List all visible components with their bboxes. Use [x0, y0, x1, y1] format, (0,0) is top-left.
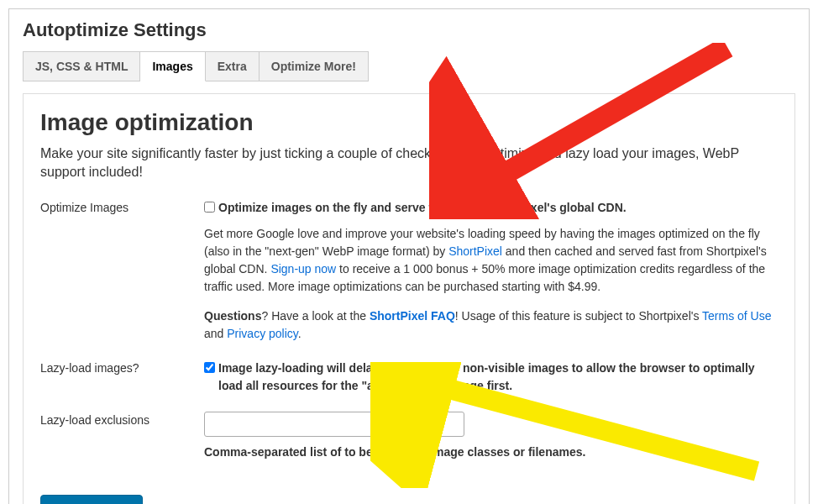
exclusions-label: Lazy-load exclusions [40, 412, 204, 427]
exclusions-content: Comma-separated list of to be excluded i… [204, 412, 778, 461]
shortpixel-faq-link[interactable]: ShortPixel FAQ [370, 309, 455, 323]
save-changes-button[interactable]: Save Changes [40, 495, 143, 504]
exclusions-hint: Comma-separated list of to be excluded i… [204, 444, 778, 461]
terms-of-use-link[interactable]: Terms of Use [702, 309, 771, 323]
exclusions-row: Lazy-load exclusions Comma-separated lis… [40, 412, 778, 461]
lazy-load-row: Lazy-load images? Image lazy-loading wil… [40, 360, 778, 395]
signup-now-link[interactable]: Sign-up now [270, 262, 336, 276]
lazy-load-label: Lazy-load images? [40, 360, 204, 375]
help-text: and [204, 327, 227, 340]
questions-bold: Questions [204, 309, 261, 323]
page-title: Autoptimize Settings [23, 19, 795, 41]
exclusions-input[interactable] [204, 412, 464, 437]
settings-container: Autoptimize Settings JS, CSS & HTML Imag… [8, 8, 810, 504]
privacy-policy-link[interactable]: Privacy policy [227, 327, 298, 340]
tabs-nav: JS, CSS & HTML Images Extra Optimize Mor… [23, 51, 795, 81]
optimize-images-label: Optimize Images [40, 199, 204, 214]
section-heading: Image optimization [40, 109, 778, 136]
optimize-images-checkbox-label[interactable]: Optimize images on the fly and serve the… [218, 199, 627, 217]
help-text: ! Usage of this feature is subject to Sh… [455, 309, 702, 323]
help-text: . [298, 327, 302, 340]
optimize-images-help: Get more Google love and improve your we… [204, 225, 778, 296]
optimize-images-content: Optimize images on the fly and serve the… [204, 199, 778, 343]
optimize-images-checkbox[interactable] [204, 202, 215, 213]
optimize-images-questions: Questions? Have a look at the ShortPixel… [204, 307, 778, 343]
lazy-load-checkbox-label[interactable]: Image lazy-loading will delay the loadin… [218, 360, 778, 395]
tab-js-css-html[interactable]: JS, CSS & HTML [23, 51, 140, 81]
shortpixel-link[interactable]: ShortPixel [448, 244, 502, 258]
help-text: ? Have a look at the [261, 309, 369, 323]
image-optimization-panel: Image optimization Make your site signif… [23, 93, 795, 504]
lazy-load-checkbox[interactable] [204, 362, 215, 373]
section-description: Make your site significantly faster by j… [40, 144, 778, 182]
tab-images[interactable]: Images [140, 51, 205, 81]
lazy-load-content: Image lazy-loading will delay the loadin… [204, 360, 778, 395]
optimize-images-row: Optimize Images Optimize images on the f… [40, 199, 778, 343]
tab-extra[interactable]: Extra [206, 51, 260, 81]
tab-optimize-more[interactable]: Optimize More! [260, 51, 369, 81]
